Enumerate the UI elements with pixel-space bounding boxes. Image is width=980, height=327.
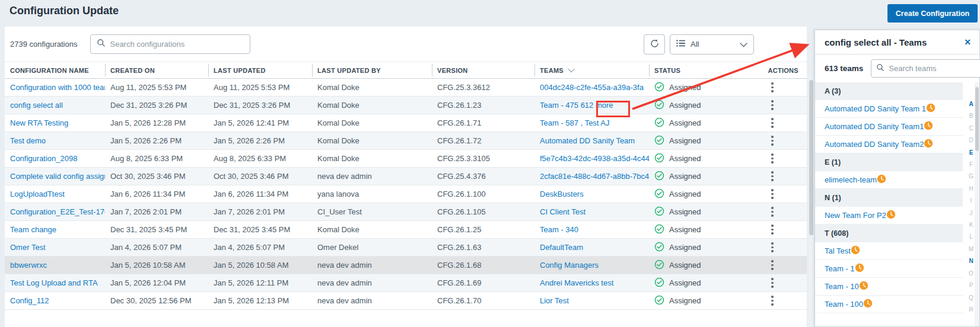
- column-header-status[interactable]: STATUS: [649, 62, 738, 78]
- alphabet-letter-h[interactable]: H: [967, 183, 975, 195]
- teams-link[interactable]: Config Managers: [534, 261, 649, 270]
- table-row[interactable]: Config_112Dec 30, 2025 12:56 PMJan 5, 20…: [5, 292, 807, 310]
- table-row[interactable]: config select allDec 31, 2025 3:26 PMDec…: [5, 97, 807, 114]
- table-row[interactable]: Test Log Upload and RTAJan 5, 2026 12:04…: [5, 274, 807, 292]
- alphabet-letter-e[interactable]: E: [967, 147, 975, 159]
- panel-scrollbar-thumb[interactable]: [975, 87, 979, 151]
- alphabet-letter-n[interactable]: N: [967, 255, 975, 267]
- configuration-name-link[interactable]: Omer Test: [5, 243, 105, 252]
- team-name-link[interactable]: Team - 1: [825, 264, 855, 273]
- teams-link[interactable]: Lior Test: [534, 296, 649, 305]
- team-name-link[interactable]: New Team For P2: [825, 211, 886, 220]
- table-row[interactable]: Test demoJan 5, 2026 2:26 PMJan 5, 2026 …: [5, 132, 807, 150]
- configuration-name-link[interactable]: New RTA Testing: [5, 118, 105, 127]
- alphabet-letter-i[interactable]: I: [967, 195, 975, 207]
- row-actions-menu-icon[interactable]: [766, 151, 778, 166]
- table-row[interactable]: New RTA TestingJan 5, 2026 12:28 PMJan 5…: [5, 114, 807, 132]
- alphabet-letter-p[interactable]: P: [967, 280, 975, 291]
- configuration-name-link[interactable]: bbwerwrxc: [5, 261, 105, 270]
- column-header-last-updated-by[interactable]: LAST UPDATED BY: [312, 62, 432, 78]
- configuration-name-link[interactable]: Test Log Upload and RTA: [5, 278, 105, 287]
- column-header-configuration-name[interactable]: CONFIGURATION NAME: [5, 62, 105, 78]
- alphabet-letter-r[interactable]: R: [967, 304, 975, 316]
- team-list-item[interactable]: Automated DD Sanity Team1: [815, 118, 963, 136]
- alphabet-letter-j[interactable]: J: [967, 207, 975, 219]
- table-row[interactable]: Configuration_E2E_Test-176777Jan 7, 2026…: [5, 203, 807, 221]
- teams-link[interactable]: Team - 475 612 more: [534, 101, 649, 110]
- configuration-name-link[interactable]: Team change: [5, 225, 105, 234]
- alphabet-letter-q[interactable]: Q: [967, 292, 975, 304]
- column-header-last-updated[interactable]: LAST UPDATED: [208, 62, 312, 78]
- column-header-version[interactable]: VERSION: [432, 62, 534, 78]
- team-list-item[interactable]: New Team For P2: [815, 207, 963, 225]
- team-list-item[interactable]: Automated DD Sanity Team 1: [815, 100, 963, 118]
- teams-link[interactable]: Automated DD Sanity Team: [534, 136, 649, 145]
- table-scrollbar-thumb[interactable]: [809, 80, 813, 235]
- alphabet-letter-o[interactable]: O: [967, 268, 975, 280]
- teams-link[interactable]: 004dc248-c2fe-455a-a39a-3fa: [534, 83, 649, 92]
- row-actions-menu-icon[interactable]: [766, 98, 778, 113]
- teams-link[interactable]: Team - 340: [534, 225, 649, 234]
- team-name-link[interactable]: Automated DD Sanity Team2: [825, 140, 924, 149]
- alphabet-letter-b[interactable]: B: [967, 110, 975, 122]
- teams-link[interactable]: Andrei Mavericks test: [534, 278, 649, 287]
- configuration-name-link[interactable]: Config_112: [5, 296, 105, 305]
- row-actions-menu-icon[interactable]: [766, 204, 778, 219]
- table-row[interactable]: LogUploadTtestJan 6, 2026 11:34 PMJan 6,…: [5, 185, 807, 203]
- row-actions-menu-icon[interactable]: [766, 222, 778, 237]
- team-list-item[interactable]: Team - 1: [815, 260, 963, 278]
- configuration-name-link[interactable]: Complete valid config assigned: [5, 172, 105, 181]
- alphabet-letter-m[interactable]: M: [967, 243, 975, 255]
- table-row[interactable]: Configuration_2098Aug 8, 2025 6:33 PMAug…: [5, 150, 807, 168]
- teams-link[interactable]: DeskBusters: [534, 190, 649, 198]
- row-actions-menu-icon[interactable]: [766, 187, 778, 201]
- configuration-name-link[interactable]: Test demo: [5, 136, 105, 145]
- alphabet-letter-g[interactable]: G: [967, 171, 975, 182]
- table-scrollbar[interactable]: [809, 79, 814, 327]
- team-list-item[interactable]: Team - 10: [815, 278, 963, 296]
- teams-link[interactable]: CI Client Test: [534, 207, 649, 216]
- alphabet-letter-l[interactable]: L: [967, 231, 975, 243]
- team-list-item[interactable]: Team - 100: [815, 296, 963, 313]
- team-name-link[interactable]: Team - 100: [825, 300, 863, 309]
- column-header-created-on[interactable]: CREATED ON: [105, 62, 208, 78]
- alphabet-letter-a[interactable]: A: [967, 98, 975, 110]
- create-configuration-button[interactable]: Create Configuration: [887, 4, 978, 23]
- table-row[interactable]: Complete valid config assignedOct 30, 20…: [5, 168, 807, 185]
- row-actions-menu-icon[interactable]: [766, 169, 778, 184]
- column-header-actions[interactable]: ACTIONS: [738, 62, 807, 78]
- alphabet-letter-k[interactable]: K: [967, 219, 975, 231]
- alphabet-letter-f[interactable]: F: [967, 159, 975, 171]
- teams-link[interactable]: DefaultTeam: [534, 243, 649, 252]
- refresh-button[interactable]: [644, 34, 665, 54]
- alphabet-letter-d[interactable]: D: [967, 134, 975, 146]
- search-configurations-input[interactable]: [110, 40, 245, 49]
- row-actions-menu-icon[interactable]: [766, 240, 778, 255]
- team-list-item[interactable]: Automated DD Sanity Team2: [815, 136, 963, 153]
- search-teams-input[interactable]: [889, 64, 980, 73]
- row-actions-menu-icon[interactable]: [766, 116, 778, 130]
- team-name-link[interactable]: Automated DD Sanity Team1: [825, 122, 924, 131]
- row-actions-menu-icon[interactable]: [766, 293, 778, 308]
- row-actions-menu-icon[interactable]: [766, 80, 778, 95]
- panel-scrollbar[interactable]: [975, 82, 979, 326]
- team-name-link[interactable]: Tal Test: [825, 246, 851, 255]
- table-row[interactable]: Omer TestJan 4, 2026 5:07 PMJan 4, 2026 …: [5, 239, 807, 257]
- team-name-link[interactable]: Automated DD Sanity Team 1: [825, 104, 926, 113]
- search-configurations-box[interactable]: [90, 34, 250, 54]
- filter-dropdown[interactable]: All: [670, 34, 754, 54]
- teams-link[interactable]: Team - 587 , Test AJ: [534, 118, 649, 127]
- table-row[interactable]: Configuration with 1000 teamsAug 11, 202…: [5, 79, 807, 97]
- alphabet-letter-c[interactable]: C: [967, 123, 975, 134]
- configuration-name-link[interactable]: config select all: [5, 101, 105, 110]
- configuration-name-link[interactable]: Configuration_2098: [5, 154, 105, 163]
- configuration-name-link[interactable]: LogUploadTtest: [5, 190, 105, 198]
- team-list-item[interactable]: elimelech-team: [815, 171, 963, 189]
- team-name-link[interactable]: elimelech-team: [825, 175, 877, 184]
- team-name-link[interactable]: Team - 10: [825, 282, 859, 291]
- close-icon[interactable]: ✕: [964, 37, 971, 47]
- column-header-teams[interactable]: TEAMS: [534, 62, 649, 78]
- configuration-name-link[interactable]: Configuration_E2E_Test-176777: [5, 207, 105, 216]
- row-actions-menu-icon[interactable]: [766, 133, 778, 148]
- row-actions-menu-icon[interactable]: [766, 258, 778, 272]
